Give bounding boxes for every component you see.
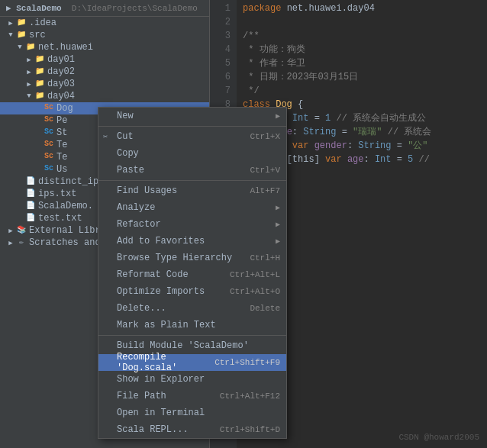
tree-arrow-scalademo <box>15 202 24 210</box>
folder-icon-idea: 📁 <box>15 18 27 28</box>
sidebar-title: ▶ ScalaDemo D:\IdeaProjects\ScalaDemo <box>6 4 198 13</box>
tree-item-day03[interactable]: ▶ 📁 day03 <box>0 78 209 90</box>
menu-label-build-module: Build Module 'ScalaDemo' <box>117 340 280 351</box>
tree-item-idea[interactable]: ▶ 📁 .idea <box>0 17 209 29</box>
context-menu: New ▶ ✂ Cut Ctrl+X Copy Paste Ctrl+V Fin… <box>98 107 287 439</box>
scala-icon-us: Sc <box>43 164 55 175</box>
folder-icon-day02: 📁 <box>34 66 46 77</box>
menu-item-new[interactable]: New ▶ <box>98 108 286 124</box>
menu-label-open-terminal: Open in Terminal <box>117 408 280 418</box>
tree-label-idea: .idea <box>29 18 56 28</box>
tree-item-day01[interactable]: ▶ 📁 day01 <box>0 53 209 66</box>
scratch-icon-scratches: ✏️ <box>15 237 27 248</box>
menu-item-reformat[interactable]: Reformat Code Ctrl+Alt+L <box>98 266 286 283</box>
menu-label-scala-repl: Scala REPL... <box>117 424 212 435</box>
tree-arrow-te2 <box>34 153 43 161</box>
tree-arrow-day02: ▶ <box>24 68 34 76</box>
menu-item-open-terminal[interactable]: Open in Terminal <box>98 404 286 421</box>
tree-arrow-nethuawei: ▼ <box>15 44 24 51</box>
menu-shortcut-file-path: Ctrl+Alt+F12 <box>220 392 280 401</box>
tree-arrow-scratches: ▶ <box>6 239 15 247</box>
tree-arrow-day04: ▼ <box>24 92 34 100</box>
menu-item-show-explorer[interactable]: Show in Explorer <box>98 371 286 388</box>
menu-item-paste[interactable]: Paste Ctrl+V <box>98 162 286 179</box>
tree-label-day04: day04 <box>47 91 75 102</box>
menu-shortcut-cut: Ctrl+X <box>250 132 280 141</box>
tree-arrow-dog <box>34 105 43 112</box>
menu-shortcut-scala-repl: Ctrl+Shift+D <box>220 425 280 434</box>
menu-shortcut-delete: Delete <box>250 304 280 313</box>
file-icon-distinct: 📄 <box>24 176 37 187</box>
menu-arrow-refactor: ▶ <box>276 220 280 229</box>
tree-arrow-distinct <box>15 178 24 185</box>
scala-icon-pe: Sc <box>43 115 55 126</box>
scissors-icon: ✂ <box>103 132 108 141</box>
tree-label-day01: day01 <box>47 54 75 65</box>
tree-arrow-st <box>34 129 43 137</box>
menu-label-browse-hierarchy: Browse Type Hierarchy <box>117 253 242 263</box>
tree-arrow-testtxt <box>15 214 24 222</box>
tree-label-te2: Te <box>56 152 67 163</box>
menu-label-add-favorites: Add to Favorites <box>117 236 276 247</box>
tree-label-src: src <box>29 30 46 40</box>
tree-label-day02: day02 <box>47 66 75 77</box>
menu-shortcut-recompile: Ctrl+Shift+F9 <box>214 358 280 367</box>
menu-item-find-usages[interactable]: Find Usages Alt+F7 <box>98 182 286 199</box>
code-line-6: * 日期：2023年03月15日 <box>243 70 481 84</box>
tree-item-day04[interactable]: ▼ 📁 day04 <box>0 90 209 102</box>
tree-label-pe: Pe <box>56 115 67 126</box>
tree-arrow-idea: ▶ <box>6 19 15 27</box>
code-line-7: */ <box>243 84 481 98</box>
menu-item-analyze[interactable]: Analyze ▶ <box>98 199 286 216</box>
menu-item-recompile[interactable]: Recompile 'Dog.scala' Ctrl+Shift+F9 <box>98 354 286 371</box>
menu-item-scala-repl[interactable]: Scala REPL... Ctrl+Shift+D <box>98 421 286 438</box>
menu-item-optimize[interactable]: Optimize Imports Ctrl+Alt+O <box>98 283 286 300</box>
file-icon-scalademo: 📄 <box>24 201 37 211</box>
menu-item-browse-hierarchy[interactable]: Browse Type Hierarchy Ctrl+H <box>98 250 286 266</box>
menu-item-copy[interactable]: Copy <box>98 145 286 162</box>
menu-item-cut[interactable]: ✂ Cut Ctrl+X <box>98 128 286 145</box>
tree-arrow-day01: ▶ <box>24 56 34 64</box>
folder-icon-nethuawei: 📁 <box>24 42 37 53</box>
tree-arrow-ips <box>15 190 24 198</box>
menu-shortcut-reformat: Ctrl+Alt+L <box>230 270 280 279</box>
code-line-3: /** <box>243 29 481 43</box>
menu-label-delete: Delete... <box>117 303 242 314</box>
tree-arrow-pe <box>34 117 43 124</box>
tree-label-te1: Te <box>56 140 67 150</box>
menu-label-copy: Copy <box>117 148 280 159</box>
menu-label-recompile: Recompile 'Dog.scala' <box>117 352 207 373</box>
code-line-1: package net.huawei.day04 <box>243 2 481 15</box>
tree-label-ips: ips.txt <box>38 189 76 199</box>
scala-icon-dog: Sc <box>43 103 55 114</box>
menu-label-cut: Cut <box>117 131 242 142</box>
menu-shortcut-hierarchy: Ctrl+H <box>250 253 280 263</box>
tree-item-src[interactable]: ▼ 📁 src <box>0 29 209 41</box>
menu-shortcut-optimize: Ctrl+Alt+O <box>230 287 280 296</box>
menu-label-mark-plain: Mark as Plain Text <box>117 320 280 330</box>
sidebar-header: ▶ ScalaDemo D:\IdeaProjects\ScalaDemo <box>0 0 209 17</box>
menu-label-show-explorer: Show in Explorer <box>117 374 280 385</box>
menu-sep-2 <box>98 180 286 181</box>
tree-item-day02[interactable]: ▶ 📁 day02 <box>0 66 209 78</box>
code-line-2 <box>243 15 481 29</box>
menu-item-refactor[interactable]: Refactor ▶ <box>98 216 286 233</box>
menu-label-new: New <box>117 111 276 121</box>
tree-arrow-src: ▼ <box>6 31 15 39</box>
menu-item-file-path[interactable]: File Path Ctrl+Alt+F12 <box>98 388 286 404</box>
menu-item-delete[interactable]: Delete... Delete <box>98 300 286 317</box>
folder-icon-src: 📁 <box>15 30 27 40</box>
scala-icon-st: Sc <box>43 127 55 138</box>
folder-icon-day01: 📁 <box>34 54 46 65</box>
menu-shortcut-find-usages: Alt+F7 <box>250 186 280 195</box>
menu-sep-1 <box>98 126 286 127</box>
tree-label-us: Us <box>56 164 67 175</box>
menu-item-mark-plain[interactable]: Mark as Plain Text <box>98 317 286 334</box>
menu-item-add-favorites[interactable]: Add to Favorites ▶ <box>98 233 286 250</box>
tree-item-nethuawei[interactable]: ▼ 📁 net.huawei <box>0 41 209 53</box>
scala-icon-te1: Sc <box>43 140 55 150</box>
code-line-4: * 功能：狗类 <box>243 43 481 56</box>
menu-label-analyze: Analyze <box>117 202 276 213</box>
menu-label-reformat: Reformat Code <box>117 269 222 280</box>
menu-label-paste: Paste <box>117 165 242 176</box>
